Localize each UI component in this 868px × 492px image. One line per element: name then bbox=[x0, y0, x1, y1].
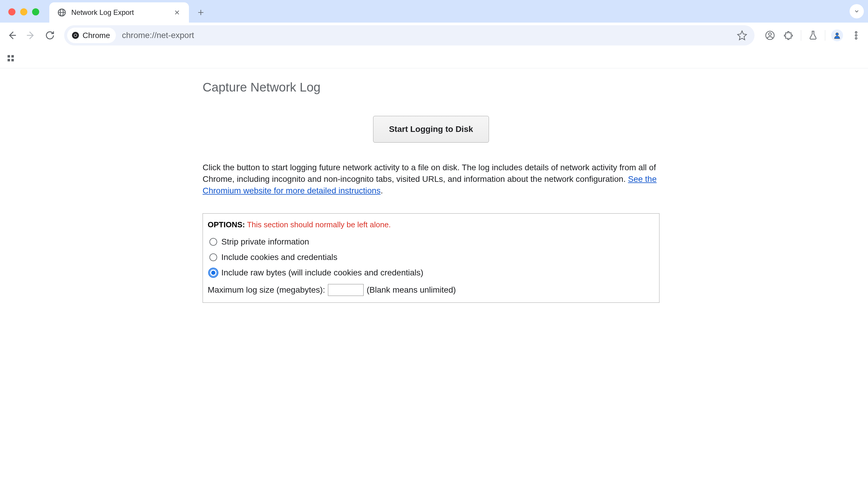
forward-button[interactable] bbox=[23, 27, 39, 44]
site-info-chip[interactable]: Chrome bbox=[67, 28, 116, 43]
svg-point-2 bbox=[74, 34, 76, 36]
tab-strip: Network Log Export bbox=[0, 0, 868, 23]
profile-badge-icon[interactable] bbox=[762, 27, 778, 44]
max-log-size-label: Maximum log size (megabytes): bbox=[208, 285, 325, 295]
svg-point-6 bbox=[855, 31, 857, 33]
max-log-size-input[interactable] bbox=[328, 284, 364, 296]
labs-button[interactable] bbox=[805, 27, 821, 44]
apps-button[interactable] bbox=[4, 51, 18, 65]
svg-point-7 bbox=[855, 34, 857, 36]
page-content: Capture Network Log Start Logging to Dis… bbox=[0, 68, 868, 315]
radio-input-strip-private[interactable] bbox=[209, 238, 217, 246]
window-close-button[interactable] bbox=[8, 8, 16, 16]
svg-rect-11 bbox=[8, 59, 10, 61]
tab-search-button[interactable] bbox=[849, 4, 864, 19]
radio-input-include-raw-bytes[interactable] bbox=[209, 269, 217, 277]
toolbar-actions bbox=[762, 27, 864, 44]
description-text: Click the button to start logging future… bbox=[203, 162, 660, 197]
window-minimize-button[interactable] bbox=[20, 8, 27, 16]
svg-rect-10 bbox=[11, 55, 14, 57]
browser-toolbar: Chrome chrome://net-export bbox=[0, 23, 868, 48]
radio-strip-private[interactable]: Strip private information bbox=[208, 234, 654, 250]
options-box: OPTIONS: This section should normally be… bbox=[203, 213, 660, 303]
page-title: Capture Network Log bbox=[203, 80, 660, 95]
max-log-size-hint: (Blank means unlimited) bbox=[367, 285, 456, 295]
address-bar[interactable]: Chrome chrome://net-export bbox=[64, 25, 754, 46]
tab-close-button[interactable] bbox=[173, 8, 181, 17]
back-button[interactable] bbox=[4, 27, 20, 44]
max-log-size-row: Maximum log size (megabytes): (Blank mea… bbox=[208, 280, 654, 297]
svg-point-3 bbox=[768, 33, 771, 35]
radio-include-raw-bytes[interactable]: Include raw bytes (will include cookies … bbox=[208, 265, 654, 280]
browser-tab[interactable]: Network Log Export bbox=[49, 2, 189, 23]
svg-rect-9 bbox=[8, 55, 10, 57]
site-info-label: Chrome bbox=[82, 31, 110, 40]
chrome-icon bbox=[71, 31, 80, 40]
bookmark-button[interactable] bbox=[735, 28, 749, 43]
svg-rect-12 bbox=[11, 59, 14, 61]
new-tab-button[interactable] bbox=[193, 4, 209, 21]
extensions-button[interactable] bbox=[781, 27, 797, 44]
start-logging-button[interactable]: Start Logging to Disk bbox=[373, 116, 489, 143]
window-maximize-button[interactable] bbox=[32, 8, 39, 16]
profile-button[interactable] bbox=[829, 27, 845, 44]
url-text: chrome://net-export bbox=[122, 31, 735, 40]
options-header: OPTIONS: This section should normally be… bbox=[208, 220, 654, 229]
reload-button[interactable] bbox=[42, 27, 58, 44]
svg-point-8 bbox=[855, 38, 857, 39]
window-controls bbox=[8, 8, 39, 16]
globe-icon bbox=[57, 8, 67, 17]
radio-include-cookies[interactable]: Include cookies and credentials bbox=[208, 250, 654, 265]
bookmarks-bar bbox=[0, 48, 868, 68]
divider bbox=[801, 30, 801, 41]
menu-button[interactable] bbox=[848, 27, 864, 44]
radio-input-include-cookies[interactable] bbox=[209, 253, 217, 261]
svg-point-5 bbox=[836, 33, 839, 35]
tab-title: Network Log Export bbox=[71, 8, 168, 17]
